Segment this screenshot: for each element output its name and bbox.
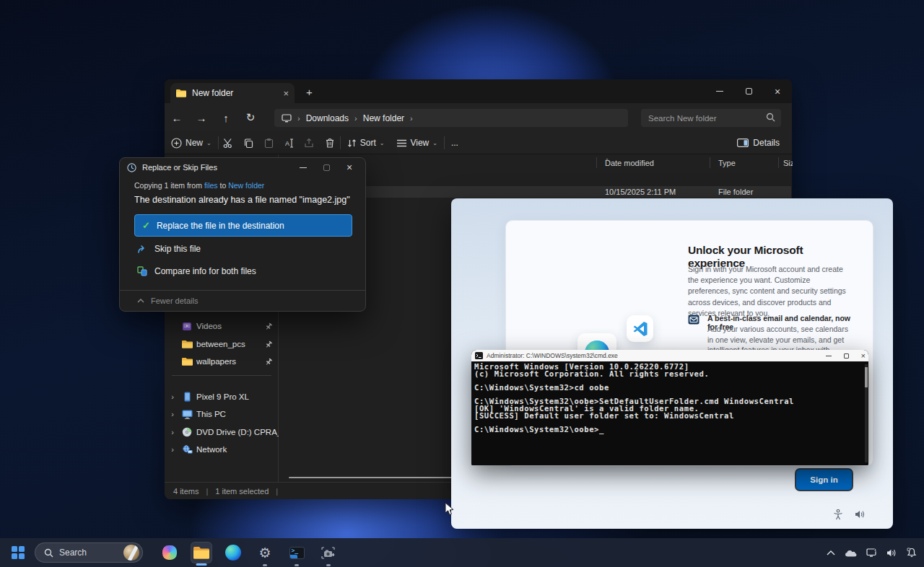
edge-icon: [225, 545, 241, 561]
chevron-down-icon: ⌄: [380, 140, 385, 146]
replace-option-label: Replace the file in the destination: [157, 221, 284, 231]
source-folder-link[interactable]: files: [204, 181, 218, 190]
breadcrumb-item-downloads[interactable]: Downloads: [306, 113, 349, 123]
volume-icon[interactable]: [886, 548, 897, 558]
skip-file-option[interactable]: Skip this file: [137, 244, 201, 254]
rename-button[interactable]: A: [279, 138, 300, 149]
search-highlight-image[interactable]: [123, 545, 139, 561]
expand-chevron-icon[interactable]: ›: [165, 410, 180, 418]
plus-circle-icon: [171, 138, 182, 149]
back-button[interactable]: ←: [165, 112, 189, 124]
narrator-speaker-icon[interactable]: [855, 509, 866, 519]
taskbar-search-box[interactable]: Search: [35, 542, 143, 563]
sidebar-item-videos[interactable]: Videos: [165, 317, 279, 335]
fewer-details-toggle[interactable]: Fewer details: [137, 296, 198, 305]
more-options-button[interactable]: ...: [445, 132, 465, 154]
destination-folder-link[interactable]: New folder: [228, 181, 264, 190]
windows-logo-icon: [12, 546, 25, 559]
hidden-icons-chevron-icon[interactable]: [827, 550, 835, 555]
breadcrumb-separator: ›: [410, 114, 413, 123]
ellipsis-icon: ...: [451, 138, 458, 148]
refresh-button[interactable]: ↻: [238, 111, 263, 124]
videos-icon: [180, 322, 193, 331]
view-button[interactable]: View⌄: [391, 132, 444, 154]
taskbar-edge-button[interactable]: [222, 542, 244, 563]
dialog-close-button[interactable]: ×: [338, 158, 361, 177]
sort-button[interactable]: Sort⌄: [341, 132, 391, 154]
new-button[interactable]: New⌄: [165, 132, 218, 154]
taskbar-file-explorer-button[interactable]: [191, 542, 212, 563]
cmd-maximize-button[interactable]: [844, 353, 849, 359]
cut-button[interactable]: [219, 138, 239, 149]
sidebar-item-label: between_pcs: [196, 340, 265, 348]
expand-chevron-icon[interactable]: ›: [165, 445, 180, 454]
share-button[interactable]: [300, 138, 320, 149]
copy-button[interactable]: [239, 138, 259, 149]
start-button[interactable]: [9, 543, 27, 562]
accessibility-icon[interactable]: [833, 509, 843, 520]
cmd-console[interactable]: Microsoft Windows [Version 10.0.26220.67…: [471, 361, 868, 465]
details-pane-button[interactable]: Details: [737, 132, 780, 154]
explorer-search-input[interactable]: [641, 109, 757, 127]
folder-icon: [180, 357, 193, 366]
minimize-button[interactable]: [705, 79, 734, 103]
breadcrumb[interactable]: › Downloads › New folder ›: [274, 109, 628, 127]
replace-file-option[interactable]: ✓ Replace the file in the destination: [134, 214, 352, 237]
cmd-window-title: Administrator: C:\WINDOWS\system32\cmd.e…: [487, 352, 618, 359]
dialog-copy-summary: Copying 1 item from files to New folder: [134, 181, 264, 190]
terminal-icon: [289, 547, 305, 559]
cmd-title-bar[interactable]: Administrator: C:\WINDOWS\system32\cmd.e…: [471, 350, 868, 361]
up-button[interactable]: ↑: [214, 112, 238, 124]
taskbar-snipping-tool-button[interactable]: [318, 542, 339, 563]
expand-chevron-icon[interactable]: ›: [165, 392, 180, 401]
dialog-title-bar[interactable]: Replace or Skip Files ×: [120, 158, 365, 177]
maximize-button[interactable]: [734, 79, 763, 103]
close-button[interactable]: ×: [763, 79, 792, 103]
cmd-scrollbar-thumb[interactable]: [865, 367, 868, 387]
compare-files-option[interactable]: Compare info for both files: [137, 266, 256, 276]
file-row-date-modified: 10/15/2025 2:11 PM: [605, 188, 676, 196]
taskbar-settings-button[interactable]: ⚙: [254, 542, 276, 563]
taskbar-terminal-button[interactable]: [286, 542, 308, 563]
expand-chevron-icon[interactable]: ›: [165, 428, 180, 436]
sidebar-item-wallpapers[interactable]: wallpapers: [165, 353, 279, 370]
cmd-close-button[interactable]: ×: [861, 352, 866, 360]
tab-close-icon[interactable]: ×: [283, 88, 289, 99]
network-display-icon[interactable]: [866, 548, 877, 558]
compare-option-label: Compare info for both files: [154, 266, 256, 276]
copy-summary-to: to: [219, 181, 226, 190]
sidebar-item-pixel-phone[interactable]: › Pixel 9 Pro XL: [165, 388, 279, 405]
column-divider[interactable]: [778, 157, 779, 168]
explorer-search-box[interactable]: [641, 109, 781, 127]
taskbar-copilot-button[interactable]: [159, 542, 180, 563]
column-header-date-modified[interactable]: Date modified: [605, 159, 654, 167]
sidebar-item-network[interactable]: › Network: [165, 441, 279, 458]
new-tab-button[interactable]: +: [306, 86, 313, 98]
column-header-type[interactable]: Type: [718, 159, 736, 167]
explorer-tab[interactable]: New folder ×: [170, 83, 295, 103]
sidebar-item-dvd-drive[interactable]: › DVD Drive (D:) CPRA_X64FRE_: [165, 423, 279, 441]
notification-bell-icon[interactable]: [907, 548, 917, 558]
delete-button[interactable]: [320, 138, 340, 149]
sidebar-item-this-pc[interactable]: › This PC: [165, 405, 279, 423]
forward-button[interactable]: →: [189, 112, 214, 124]
sidebar-item-between-pcs[interactable]: between_pcs: [165, 335, 279, 353]
breadcrumb-item-new-folder[interactable]: New folder: [363, 113, 404, 123]
status-divider: |: [276, 487, 278, 496]
sign-in-button[interactable]: Sign in: [796, 470, 852, 490]
paste-button[interactable]: [259, 138, 279, 149]
status-divider: |: [206, 487, 208, 496]
running-indicator: [295, 564, 299, 566]
column-header-size[interactable]: Size: [783, 159, 793, 167]
oobe-footer-icons: [833, 509, 866, 520]
dialog-window-controls: ×: [292, 158, 361, 177]
dialog-title: Replace or Skip Files: [142, 163, 217, 172]
running-indicator: [326, 564, 331, 566]
cmd-minimize-button[interactable]: [826, 356, 832, 356]
onedrive-cloud-icon[interactable]: [845, 549, 857, 557]
column-divider[interactable]: [596, 157, 597, 168]
column-divider[interactable]: [710, 157, 710, 168]
new-button-label: New: [186, 138, 203, 148]
dialog-minimize-button[interactable]: [292, 158, 315, 177]
sidebar-divider: [172, 375, 271, 376]
